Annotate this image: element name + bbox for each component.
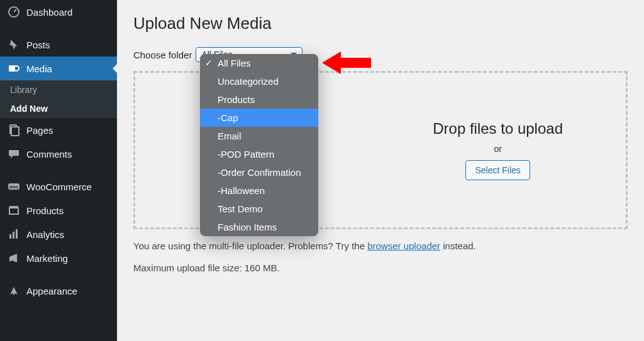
sidebar-item-label: Dashboard bbox=[26, 7, 72, 18]
analytics-icon bbox=[8, 228, 20, 241]
folder-option-order-confirmation[interactable]: -Order Confirmation bbox=[200, 163, 318, 181]
sidebar-subitem-add-new[interactable]: Add New bbox=[0, 99, 117, 118]
sidebar-subitem-library[interactable]: Library bbox=[0, 80, 117, 99]
media-icon bbox=[8, 62, 20, 75]
svg-rect-10 bbox=[13, 232, 14, 239]
folder-option-halloween[interactable]: -Halloween bbox=[200, 181, 318, 200]
sidebar-item-label: Analytics bbox=[26, 229, 64, 240]
admin-menu: Dashboard Posts Media Library Add New Pa… bbox=[0, 0, 117, 303]
products-icon bbox=[8, 204, 20, 217]
woo-icon: woo bbox=[8, 180, 20, 193]
sidebar-item-analytics[interactable]: Analytics bbox=[0, 222, 117, 246]
sidebar-item-label: Media bbox=[26, 63, 52, 74]
admin-sidebar: Dashboard Posts Media Library Add New Pa… bbox=[0, 0, 117, 341]
svg-marker-13 bbox=[322, 51, 371, 74]
folder-option-products[interactable]: Products bbox=[200, 90, 318, 109]
svg-rect-7 bbox=[9, 208, 18, 214]
pointer-arrow-icon bbox=[322, 51, 371, 77]
folder-dropdown[interactable]: All Files Uncategorized Products -Cap Em… bbox=[200, 54, 318, 236]
menu-separator bbox=[0, 24, 117, 33]
max-upload-text: Maximum upload file size: 160 MB. bbox=[133, 263, 628, 273]
appearance-icon bbox=[8, 284, 20, 297]
sidebar-item-appearance[interactable]: Appearance bbox=[0, 279, 117, 303]
choose-folder-label: Choose folder bbox=[133, 50, 192, 60]
folder-option-cap[interactable]: -Cap bbox=[200, 109, 318, 127]
help-prefix: You are using the multi-file uploader. P… bbox=[133, 241, 367, 251]
svg-rect-11 bbox=[16, 229, 18, 239]
svg-rect-12 bbox=[9, 257, 11, 261]
sidebar-item-dashboard[interactable]: Dashboard bbox=[0, 0, 117, 24]
sidebar-item-comments[interactable]: Comments bbox=[0, 142, 117, 166]
svg-text:woo: woo bbox=[9, 185, 18, 189]
uploader-help-text: You are using the multi-file uploader. P… bbox=[133, 241, 628, 251]
sidebar-item-label: Comments bbox=[26, 149, 72, 160]
main-content: Upload New Media Choose folder All Files… bbox=[117, 0, 644, 341]
folder-option-fashion-items[interactable]: Fashion Items bbox=[200, 218, 318, 236]
sidebar-item-label: Products bbox=[26, 205, 64, 216]
marketing-icon bbox=[8, 252, 20, 264]
svg-rect-9 bbox=[9, 234, 11, 239]
folder-option-pod-pattern[interactable]: -POD Pattern bbox=[200, 145, 318, 163]
menu-separator bbox=[0, 166, 117, 175]
sidebar-item-marketing[interactable]: Marketing bbox=[0, 246, 117, 270]
sidebar-item-media[interactable]: Media bbox=[0, 57, 117, 80]
sidebar-item-label: WooCommerce bbox=[26, 181, 92, 192]
sidebar-item-label: Pages bbox=[26, 125, 53, 136]
dashboard-icon bbox=[8, 6, 20, 18]
menu-separator bbox=[0, 270, 117, 279]
sidebar-item-pages[interactable]: Pages bbox=[0, 118, 117, 142]
pages-icon bbox=[8, 124, 20, 136]
sidebar-item-label: Appearance bbox=[26, 286, 77, 296]
sidebar-item-posts[interactable]: Posts bbox=[0, 33, 117, 57]
sidebar-item-label: Posts bbox=[26, 40, 50, 50]
comments-icon bbox=[8, 148, 20, 160]
help-suffix: instead. bbox=[440, 241, 476, 251]
pin-icon bbox=[8, 38, 20, 51]
svg-rect-8 bbox=[9, 206, 18, 208]
dropzone-title: Drop files to upload bbox=[433, 120, 563, 138]
sidebar-item-products[interactable]: Products bbox=[0, 198, 117, 222]
browser-uploader-link[interactable]: browser uploader bbox=[367, 241, 440, 251]
page-title: Upload New Media bbox=[133, 14, 628, 33]
folder-option-test-demo[interactable]: Test Demo bbox=[200, 200, 318, 218]
select-files-button[interactable]: Select Files bbox=[465, 160, 530, 180]
sidebar-submenu-media: Library Add New bbox=[0, 80, 117, 118]
svg-rect-4 bbox=[11, 127, 19, 136]
folder-option-uncategorized[interactable]: Uncategorized bbox=[200, 72, 318, 90]
dropzone-or: or bbox=[494, 144, 501, 154]
sidebar-item-label: Marketing bbox=[26, 253, 68, 264]
folder-option-email[interactable]: Email bbox=[200, 127, 318, 145]
folder-option-all-files[interactable]: All Files bbox=[200, 54, 318, 72]
dropzone-inner: Drop files to upload or Select Files bbox=[433, 120, 563, 180]
sidebar-item-woocommerce[interactable]: woo WooCommerce bbox=[0, 175, 117, 198]
